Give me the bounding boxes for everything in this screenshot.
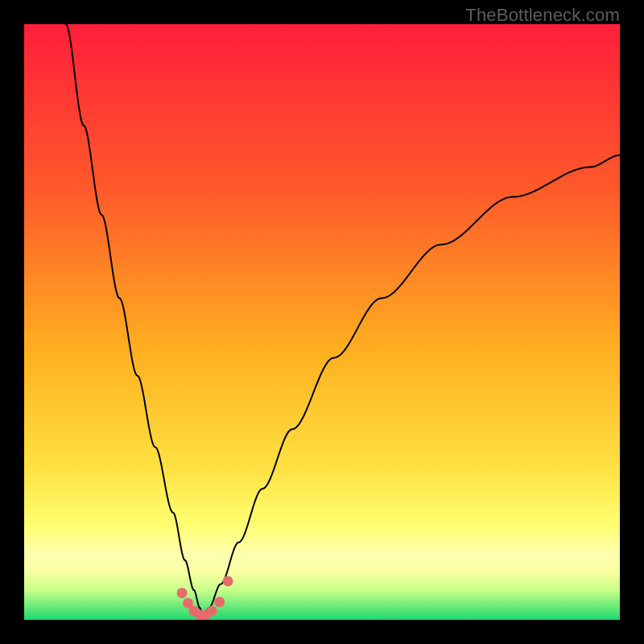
svg-rect-0 <box>24 24 620 620</box>
chart-frame <box>24 24 620 620</box>
chart-background-gradient <box>24 24 620 620</box>
watermark-text: TheBottleneck.com <box>465 5 620 26</box>
